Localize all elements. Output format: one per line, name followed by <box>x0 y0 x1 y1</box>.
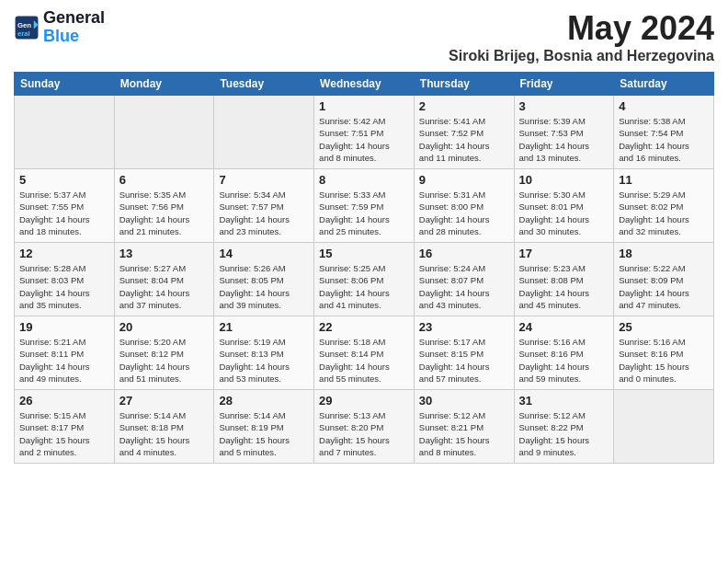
day-info: Sunrise: 5:38 AM Sunset: 7:54 PM Dayligh… <box>619 115 709 164</box>
day-info: Sunrise: 5:13 AM Sunset: 8:20 PM Dayligh… <box>319 409 409 458</box>
day-info: Sunrise: 5:31 AM Sunset: 8:00 PM Dayligh… <box>419 189 509 237</box>
day-info: Sunrise: 5:33 AM Sunset: 7:59 PM Dayligh… <box>319 189 409 237</box>
calendar-cell: 14Sunrise: 5:26 AM Sunset: 8:05 PM Dayli… <box>214 243 314 316</box>
day-number: 21 <box>219 320 309 334</box>
calendar-cell: 19Sunrise: 5:21 AM Sunset: 8:11 PM Dayli… <box>15 316 115 390</box>
day-number: 24 <box>519 320 609 334</box>
weekday-header-tuesday: Tuesday <box>214 73 314 96</box>
day-number: 17 <box>519 247 609 260</box>
calendar-cell <box>114 96 214 169</box>
day-number: 4 <box>619 99 709 113</box>
calendar-cell: 25Sunrise: 5:16 AM Sunset: 8:16 PM Dayli… <box>614 316 714 390</box>
day-number: 31 <box>519 394 609 408</box>
calendar-cell <box>214 96 314 169</box>
logo: Gen eral GeneralBlue <box>14 9 105 46</box>
day-info: Sunrise: 5:39 AM Sunset: 7:53 PM Dayligh… <box>519 115 609 164</box>
month-year-title: May 2024 <box>449 9 714 48</box>
calendar-cell: 6Sunrise: 5:35 AM Sunset: 7:56 PM Daylig… <box>114 169 214 243</box>
calendar-cell: 11Sunrise: 5:29 AM Sunset: 8:02 PM Dayli… <box>614 169 714 243</box>
calendar-week-row: 19Sunrise: 5:21 AM Sunset: 8:11 PM Dayli… <box>15 316 714 390</box>
day-number: 10 <box>519 173 609 187</box>
calendar-cell: 21Sunrise: 5:19 AM Sunset: 8:13 PM Dayli… <box>214 316 314 390</box>
day-number: 7 <box>219 173 309 187</box>
day-number: 9 <box>419 173 509 187</box>
calendar-cell: 12Sunrise: 5:28 AM Sunset: 8:03 PM Dayli… <box>15 243 115 316</box>
calendar-cell: 5Sunrise: 5:37 AM Sunset: 7:55 PM Daylig… <box>15 169 115 243</box>
calendar-cell: 29Sunrise: 5:13 AM Sunset: 8:20 PM Dayli… <box>314 390 415 464</box>
weekday-header-friday: Friday <box>514 73 614 96</box>
day-number: 25 <box>619 320 709 334</box>
calendar-cell: 8Sunrise: 5:33 AM Sunset: 7:59 PM Daylig… <box>314 169 415 243</box>
svg-text:eral: eral <box>17 29 30 37</box>
day-info: Sunrise: 5:29 AM Sunset: 8:02 PM Dayligh… <box>619 189 709 237</box>
day-number: 28 <box>219 394 309 408</box>
day-info: Sunrise: 5:19 AM Sunset: 8:13 PM Dayligh… <box>219 336 309 385</box>
day-info: Sunrise: 5:14 AM Sunset: 8:18 PM Dayligh… <box>119 409 210 458</box>
calendar-cell: 24Sunrise: 5:16 AM Sunset: 8:16 PM Dayli… <box>514 316 614 390</box>
calendar-cell: 3Sunrise: 5:39 AM Sunset: 7:53 PM Daylig… <box>514 96 614 169</box>
svg-text:Gen: Gen <box>17 21 31 29</box>
calendar-cell: 20Sunrise: 5:20 AM Sunset: 8:12 PM Dayli… <box>114 316 214 390</box>
day-number: 12 <box>19 247 109 260</box>
day-number: 22 <box>319 320 409 334</box>
day-number: 13 <box>119 247 210 260</box>
calendar-cell: 2Sunrise: 5:41 AM Sunset: 7:52 PM Daylig… <box>414 96 514 169</box>
calendar-cell: 28Sunrise: 5:14 AM Sunset: 8:19 PM Dayli… <box>214 390 314 464</box>
day-info: Sunrise: 5:41 AM Sunset: 7:52 PM Dayligh… <box>419 115 509 164</box>
location-title: Siroki Brijeg, Bosnia and Herzegovina <box>449 48 714 64</box>
calendar-week-row: 1Sunrise: 5:42 AM Sunset: 7:51 PM Daylig… <box>15 96 714 169</box>
day-number: 11 <box>619 173 709 187</box>
day-info: Sunrise: 5:14 AM Sunset: 8:19 PM Dayligh… <box>219 409 309 458</box>
day-info: Sunrise: 5:20 AM Sunset: 8:12 PM Dayligh… <box>119 336 210 385</box>
calendar-table: SundayMondayTuesdayWednesdayThursdayFrid… <box>14 72 714 464</box>
day-info: Sunrise: 5:27 AM Sunset: 8:04 PM Dayligh… <box>119 262 210 311</box>
day-number: 23 <box>419 320 509 334</box>
day-number: 30 <box>419 394 509 408</box>
day-number: 6 <box>119 173 210 187</box>
calendar-cell: 26Sunrise: 5:15 AM Sunset: 8:17 PM Dayli… <box>15 390 115 464</box>
day-info: Sunrise: 5:25 AM Sunset: 8:06 PM Dayligh… <box>319 262 409 311</box>
day-info: Sunrise: 5:21 AM Sunset: 8:11 PM Dayligh… <box>19 336 109 385</box>
calendar-cell <box>15 96 115 169</box>
day-number: 19 <box>19 320 109 334</box>
day-info: Sunrise: 5:15 AM Sunset: 8:17 PM Dayligh… <box>19 409 109 458</box>
day-info: Sunrise: 5:42 AM Sunset: 7:51 PM Dayligh… <box>319 115 409 164</box>
day-number: 14 <box>219 247 309 260</box>
day-info: Sunrise: 5:24 AM Sunset: 8:07 PM Dayligh… <box>419 262 509 311</box>
day-info: Sunrise: 5:28 AM Sunset: 8:03 PM Dayligh… <box>19 262 109 311</box>
page-header: Gen eral GeneralBlue May 2024 Siroki Bri… <box>14 9 714 64</box>
title-block: May 2024 Siroki Brijeg, Bosnia and Herze… <box>449 9 714 64</box>
day-info: Sunrise: 5:30 AM Sunset: 8:01 PM Dayligh… <box>519 189 609 237</box>
calendar-cell: 22Sunrise: 5:18 AM Sunset: 8:14 PM Dayli… <box>314 316 415 390</box>
weekday-header-sunday: Sunday <box>15 73 115 96</box>
day-number: 18 <box>619 247 709 260</box>
day-info: Sunrise: 5:26 AM Sunset: 8:05 PM Dayligh… <box>219 262 309 311</box>
day-info: Sunrise: 5:18 AM Sunset: 8:14 PM Dayligh… <box>319 336 409 385</box>
day-number: 16 <box>419 247 509 260</box>
calendar-cell: 18Sunrise: 5:22 AM Sunset: 8:09 PM Dayli… <box>614 243 714 316</box>
calendar-cell: 17Sunrise: 5:23 AM Sunset: 8:08 PM Dayli… <box>514 243 614 316</box>
day-number: 15 <box>319 247 409 260</box>
day-info: Sunrise: 5:22 AM Sunset: 8:09 PM Dayligh… <box>619 262 709 311</box>
calendar-cell: 9Sunrise: 5:31 AM Sunset: 8:00 PM Daylig… <box>414 169 514 243</box>
calendar-cell: 16Sunrise: 5:24 AM Sunset: 8:07 PM Dayli… <box>414 243 514 316</box>
weekday-header-thursday: Thursday <box>414 73 514 96</box>
weekday-header-saturday: Saturday <box>614 73 714 96</box>
day-number: 26 <box>19 394 109 408</box>
day-info: Sunrise: 5:12 AM Sunset: 8:22 PM Dayligh… <box>519 409 609 458</box>
calendar-cell: 1Sunrise: 5:42 AM Sunset: 7:51 PM Daylig… <box>314 96 415 169</box>
calendar-cell: 13Sunrise: 5:27 AM Sunset: 8:04 PM Dayli… <box>114 243 214 316</box>
calendar-cell: 31Sunrise: 5:12 AM Sunset: 8:22 PM Dayli… <box>514 390 614 464</box>
calendar-cell: 15Sunrise: 5:25 AM Sunset: 8:06 PM Dayli… <box>314 243 415 316</box>
day-info: Sunrise: 5:34 AM Sunset: 7:57 PM Dayligh… <box>219 189 309 237</box>
calendar-cell: 4Sunrise: 5:38 AM Sunset: 7:54 PM Daylig… <box>614 96 714 169</box>
calendar-week-row: 12Sunrise: 5:28 AM Sunset: 8:03 PM Dayli… <box>15 243 714 316</box>
day-info: Sunrise: 5:37 AM Sunset: 7:55 PM Dayligh… <box>19 189 109 237</box>
weekday-header-monday: Monday <box>114 73 214 96</box>
day-info: Sunrise: 5:16 AM Sunset: 8:16 PM Dayligh… <box>519 336 609 385</box>
logo-text: GeneralBlue <box>43 9 105 46</box>
calendar-cell: 7Sunrise: 5:34 AM Sunset: 7:57 PM Daylig… <box>214 169 314 243</box>
calendar-cell: 30Sunrise: 5:12 AM Sunset: 8:21 PM Dayli… <box>414 390 514 464</box>
day-number: 20 <box>119 320 210 334</box>
day-number: 1 <box>319 99 409 113</box>
